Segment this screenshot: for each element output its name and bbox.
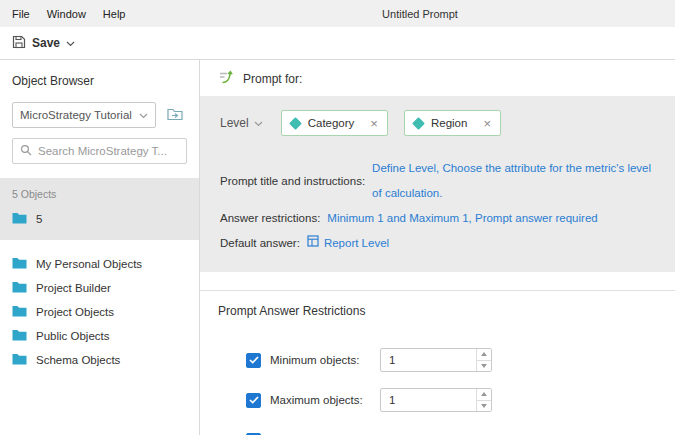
minimum-objects-checkbox[interactable] bbox=[246, 353, 261, 368]
prompt-answer-required-checkbox[interactable] bbox=[246, 433, 261, 436]
prompt-for-label: Prompt for: bbox=[243, 72, 302, 86]
default-answer-link[interactable]: Report Level bbox=[324, 231, 389, 256]
save-dropdown-chevron-icon bbox=[66, 37, 75, 49]
level-chevron-down-icon bbox=[254, 116, 263, 130]
minimum-objects-label: Minimum objects: bbox=[270, 354, 366, 366]
level-label: Level bbox=[220, 116, 249, 130]
folder-item-label: My Personal Objects bbox=[36, 258, 142, 270]
spinner-up-icon[interactable] bbox=[477, 349, 491, 361]
attribute-chip-region[interactable]: Region × bbox=[404, 110, 501, 136]
search-placeholder: Search MicroStrategy T... bbox=[38, 145, 167, 157]
save-icon bbox=[12, 35, 26, 51]
minimum-objects-value: 1 bbox=[381, 349, 476, 371]
prompt-for-row: Prompt for: bbox=[200, 60, 675, 96]
folder-icon bbox=[12, 281, 27, 295]
project-selector[interactable]: MicroStrategy Tutorial bbox=[12, 102, 156, 128]
menu-bar: File Window Help Untitled Prompt bbox=[0, 0, 675, 27]
spinner-down-icon[interactable] bbox=[477, 401, 491, 412]
toolbar: Save bbox=[0, 27, 675, 60]
folder-item-schema-objects[interactable]: Schema Objects bbox=[0, 348, 199, 372]
objects-count-label: 5 Objects bbox=[12, 188, 187, 200]
selected-object-row[interactable]: 5 bbox=[12, 212, 187, 226]
save-button-label: Save bbox=[32, 36, 60, 50]
prompt-summary-panel: Level Category × Region × bbox=[200, 96, 675, 272]
spinner-down-icon[interactable] bbox=[477, 361, 491, 372]
maximum-objects-label: Maximum objects: bbox=[270, 394, 366, 406]
folder-item-label: Project Objects bbox=[36, 306, 114, 318]
selected-object-label: 5 bbox=[36, 213, 42, 225]
menu-help[interactable]: Help bbox=[103, 8, 126, 20]
object-browser-panel: Object Browser MicroStrategy Tutorial bbox=[0, 60, 200, 435]
folder-item-project-objects[interactable]: Project Objects bbox=[0, 300, 199, 324]
title-instructions-link[interactable]: Define Level, Choose the attribute for t… bbox=[372, 156, 655, 206]
folder-item-project-builder[interactable]: Project Builder bbox=[0, 276, 199, 300]
minimum-objects-input[interactable]: 1 bbox=[380, 348, 492, 372]
attribute-chip-label: Region bbox=[431, 117, 467, 129]
app-window: File Window Help Untitled Prompt Save Ob… bbox=[0, 0, 675, 436]
folder-icon bbox=[12, 329, 27, 343]
folder-item-public-objects[interactable]: Public Objects bbox=[0, 324, 199, 348]
folder-icon bbox=[12, 212, 27, 226]
spinner-up-icon[interactable] bbox=[477, 389, 491, 401]
section-title: Prompt Answer Restrictions bbox=[218, 304, 657, 318]
folder-item-my-personal-objects[interactable]: My Personal Objects bbox=[0, 252, 199, 276]
attribute-chip-label: Category bbox=[308, 117, 355, 129]
menu-window[interactable]: Window bbox=[47, 8, 86, 20]
prompt-editor-panel: Prompt for: Level Category × bbox=[200, 60, 675, 435]
open-folder-icon bbox=[167, 107, 184, 123]
answer-restrictions-link[interactable]: Minimum 1 and Maximum 1, Prompt answer r… bbox=[327, 206, 597, 231]
search-input[interactable]: Search MicroStrategy T... bbox=[12, 138, 187, 164]
folder-item-label: Public Objects bbox=[36, 330, 110, 342]
folder-icon bbox=[12, 353, 27, 367]
level-dropdown[interactable]: Level bbox=[220, 116, 263, 130]
folder-list: My Personal Objects Project Builder Proj… bbox=[0, 252, 199, 372]
attribute-icon bbox=[412, 117, 425, 130]
chip-close-icon[interactable]: × bbox=[370, 117, 378, 130]
maximum-objects-value: 1 bbox=[381, 389, 476, 411]
answer-restrictions-label: Answer restrictions: bbox=[220, 206, 320, 231]
selection-panel: 5 Objects 5 bbox=[0, 178, 199, 240]
maximum-objects-checkbox[interactable] bbox=[246, 393, 261, 408]
folder-icon bbox=[12, 257, 27, 271]
prompt-answer-restrictions-section: Prompt Answer Restrictions Minimum objec… bbox=[200, 290, 675, 435]
prompt-icon bbox=[218, 69, 234, 88]
window-title: Untitled Prompt bbox=[382, 8, 458, 20]
attribute-chip-category[interactable]: Category × bbox=[281, 110, 388, 136]
search-icon bbox=[20, 144, 32, 158]
save-button[interactable]: Save bbox=[12, 35, 75, 51]
report-icon bbox=[307, 231, 319, 256]
menu-file[interactable]: File bbox=[12, 8, 30, 20]
chip-close-icon[interactable]: × bbox=[483, 117, 491, 130]
browse-folder-button[interactable] bbox=[163, 103, 187, 127]
prompt-answer-required-label: Prompt answer required bbox=[270, 434, 393, 435]
object-browser-title: Object Browser bbox=[0, 74, 199, 88]
attribute-icon bbox=[289, 117, 302, 130]
folder-item-label: Schema Objects bbox=[36, 354, 120, 366]
folder-item-label: Project Builder bbox=[36, 282, 111, 294]
title-instructions-label: Prompt title and instructions: bbox=[220, 169, 365, 194]
project-chevron-down-icon bbox=[139, 109, 148, 121]
default-answer-label: Default answer: bbox=[220, 231, 300, 256]
project-selector-value: MicroStrategy Tutorial bbox=[20, 109, 132, 121]
maximum-objects-input[interactable]: 1 bbox=[380, 388, 492, 412]
folder-icon bbox=[12, 305, 27, 319]
